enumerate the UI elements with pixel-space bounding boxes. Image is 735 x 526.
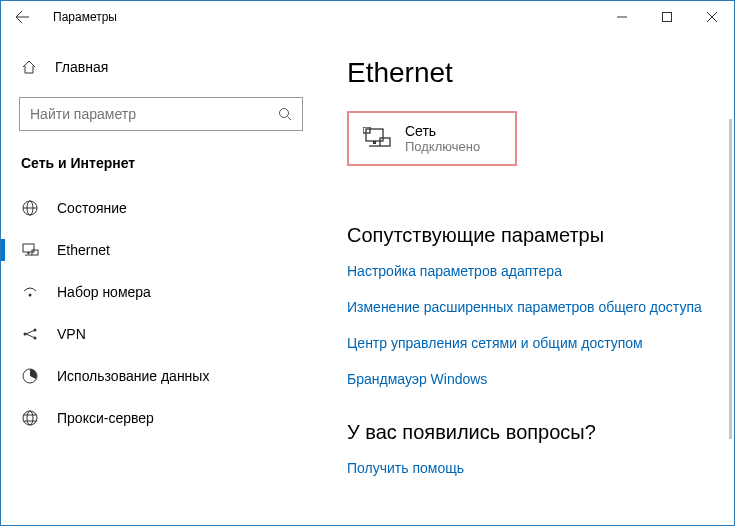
sidebar: Главная Сеть и Интернет Состояние Ethern…: [1, 33, 319, 525]
close-icon: [707, 12, 717, 22]
network-name: Сеть: [405, 123, 480, 139]
maximize-icon: [662, 12, 672, 22]
sidebar-item-status[interactable]: Состояние: [1, 187, 319, 229]
minimize-icon: [617, 12, 627, 22]
sidebar-item-label: Ethernet: [57, 242, 110, 258]
window-title: Параметры: [53, 10, 117, 24]
svg-point-4: [280, 109, 289, 118]
back-button[interactable]: [7, 2, 37, 32]
link-advanced-sharing[interactable]: Изменение расширенных параметров общего …: [347, 299, 712, 315]
sidebar-item-label: Набор номера: [57, 284, 151, 300]
maximize-button[interactable]: [644, 2, 689, 32]
page-title: Ethernet: [347, 57, 712, 89]
svg-rect-25: [373, 141, 376, 144]
home-label: Главная: [55, 59, 108, 75]
data-usage-icon: [21, 367, 39, 385]
related-heading: Сопутствующие параметры: [347, 224, 712, 247]
dialup-icon: [21, 283, 39, 301]
window-controls: [599, 2, 734, 32]
ethernet-icon: [21, 241, 39, 259]
link-get-help[interactable]: Получить помощь: [347, 460, 712, 476]
minimize-button[interactable]: [599, 2, 644, 32]
main-content: Ethernet Сеть Подключено Сопутствующие п…: [319, 33, 734, 525]
home-icon: [21, 59, 39, 75]
link-adapter-settings[interactable]: Настройка параметров адаптера: [347, 263, 712, 279]
sidebar-item-datausage[interactable]: Использование данных: [1, 355, 319, 397]
home-link[interactable]: Главная: [1, 51, 319, 83]
svg-line-5: [288, 117, 292, 121]
sidebar-item-ethernet[interactable]: Ethernet: [1, 229, 319, 271]
search-input[interactable]: [30, 106, 278, 122]
network-status: Подключено: [405, 139, 480, 154]
network-card[interactable]: Сеть Подключено: [347, 111, 517, 166]
vpn-icon: [21, 325, 39, 343]
sidebar-item-dialup[interactable]: Набор номера: [1, 271, 319, 313]
link-firewall[interactable]: Брандмауэр Windows: [347, 371, 712, 387]
close-button[interactable]: [689, 2, 734, 32]
scrollbar[interactable]: [729, 119, 732, 439]
sidebar-item-label: Использование данных: [57, 368, 209, 384]
status-icon: [21, 199, 39, 217]
search-input-container[interactable]: [19, 97, 303, 131]
sidebar-item-label: VPN: [57, 326, 86, 342]
help-heading: У вас появились вопросы?: [347, 421, 712, 444]
sidebar-item-label: Состояние: [57, 200, 127, 216]
svg-line-18: [26, 334, 34, 338]
proxy-icon: [21, 409, 39, 427]
svg-rect-10: [28, 252, 30, 254]
network-text: Сеть Подключено: [405, 123, 480, 154]
arrow-left-icon: [14, 9, 30, 25]
sidebar-item-vpn[interactable]: VPN: [1, 313, 319, 355]
sidebar-item-proxy[interactable]: Прокси-сервер: [1, 397, 319, 439]
section-label: Сеть и Интернет: [1, 149, 319, 187]
monitor-icon: [363, 127, 391, 151]
svg-point-21: [27, 411, 33, 425]
svg-point-20: [23, 411, 37, 425]
link-network-center[interactable]: Центр управления сетями и общим доступом: [347, 335, 712, 351]
titlebar: Параметры: [1, 1, 734, 33]
sidebar-item-label: Прокси-сервер: [57, 410, 154, 426]
svg-point-13: [29, 294, 32, 297]
svg-rect-27: [380, 138, 390, 146]
search-icon: [278, 107, 292, 121]
svg-line-17: [26, 331, 34, 335]
svg-rect-1: [662, 13, 671, 22]
